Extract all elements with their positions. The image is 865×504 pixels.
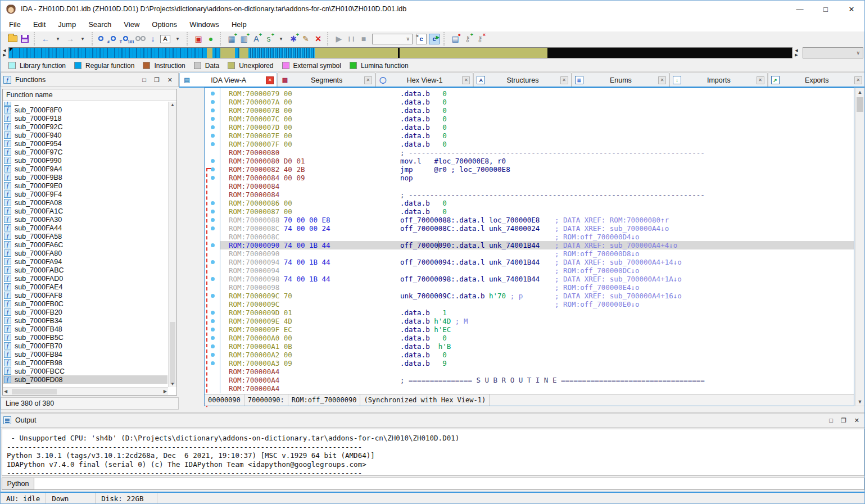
make-ascii-icon[interactable]: A+ — [251, 33, 262, 45]
listing-line[interactable]: ROM:7000007E 00.data.b 0 — [220, 131, 854, 140]
search-again-icon[interactable] — [135, 33, 146, 45]
navigation-band[interactable] — [8, 47, 792, 58]
search-binary-icon[interactable]: # — [98, 33, 109, 45]
jump-address-icon[interactable]: ↓ — [147, 33, 158, 45]
listing-line[interactable]: ROM:700000A0 00.data.b 0 — [220, 334, 854, 342]
close-button[interactable]: ✕ — [167, 76, 173, 84]
tab-close-icon[interactable]: ✕ — [658, 76, 666, 84]
listing-line[interactable]: ROM:7000009E 4D.data.b h'4D ; M — [220, 317, 854, 325]
function-list-item[interactable]: fsub_7000F8F0 — [3, 106, 167, 114]
run-c-icon[interactable]: c▶ — [428, 33, 440, 45]
tab-exports[interactable]: ↗Exports✕ — [768, 72, 865, 87]
listing-line[interactable]: ROM:700000A2 00.data.b 0 — [220, 351, 854, 359]
listing-line[interactable]: ROM:70000098 74 00 1B 44off_70000098:.da… — [220, 275, 854, 283]
function-list-item[interactable]: fsub_7000F92C — [3, 122, 167, 131]
listing-line[interactable]: ROM:700000A4; =============== S U B R O … — [220, 376, 854, 384]
listing-line[interactable]: ROM:700000A1 0B.data.b h'B — [220, 342, 854, 351]
function-list-item[interactable]: fsub_7000FB0C — [3, 299, 167, 308]
function-list-item[interactable]: fsub_7000FABC — [3, 266, 167, 274]
menu-search[interactable]: Search — [82, 19, 117, 30]
function-list-item[interactable]: fsub_7000FA1C — [3, 207, 167, 215]
python-prompt-button[interactable]: Python — [2, 478, 34, 490]
listing-line[interactable]: ROM:7000008C 74 00 00 24off_7000008C:.da… — [220, 224, 854, 233]
listing-line[interactable]: ROM:70000084 00 09nop — [220, 174, 854, 182]
function-list-item[interactable]: fsub_7000F918 — [3, 114, 167, 122]
listing-line[interactable]: ROM:7000009C; ROM:off_700000E0↓o — [220, 300, 854, 308]
function-list-item[interactable]: fsub_7000F9F4 — [3, 190, 167, 198]
function-list-item[interactable]: fsub_7000FBCC — [3, 367, 167, 375]
listing-line[interactable]: ROM:70000094 74 00 1B 44off_70000094:.da… — [220, 258, 854, 266]
menu-options[interactable]: Options — [146, 19, 183, 30]
function-list-item[interactable]: fsub_7000FD08 — [3, 375, 167, 384]
tab-close-icon[interactable]: ✕ — [560, 76, 568, 84]
function-list-item[interactable]: fsub_7000FA6C — [3, 240, 167, 249]
forward-caret-icon[interactable]: ▾ — [77, 33, 88, 45]
forward-icon[interactable]: → — [65, 33, 76, 45]
string-caret-icon[interactable]: ▾ — [275, 33, 287, 45]
delete-key-icon[interactable]: ⚷× — [474, 33, 486, 45]
band-scroll-right[interactable]: ◀▶ — [792, 48, 800, 57]
listing-line[interactable]: ROM:70000080; --------------------------… — [220, 148, 854, 157]
tab-segments[interactable]: ▦Segments✕ — [277, 72, 375, 87]
function-list-item[interactable]: fsub_7000FA08 — [3, 198, 167, 207]
tab-close-icon[interactable]: ✕ — [266, 76, 274, 84]
ascii-caret-icon[interactable]: ▾ — [172, 33, 183, 45]
minimize-button[interactable]: — — [787, 1, 813, 17]
scroll-down-icon[interactable]: ▼ — [855, 399, 864, 405]
function-list-item[interactable]: f_ — [3, 102, 167, 106]
function-list-item[interactable]: fsub_7000FB34 — [3, 316, 167, 325]
function-list-item[interactable]: fsub_7000FB5C — [3, 333, 167, 342]
scroll-down-icon[interactable]: ▼ — [169, 382, 176, 387]
function-list-item[interactable]: fsub_7000FA30 — [3, 215, 167, 224]
functions-horizontal-scrollbar[interactable]: ◀ ▶ — [3, 387, 168, 395]
tab-structures[interactable]: AStructures✕ — [473, 72, 571, 87]
make-code-icon[interactable]: ▦+ — [226, 33, 237, 45]
close-button[interactable]: ✕ — [854, 417, 859, 424]
problems-icon[interactable]: ▣ — [193, 33, 204, 45]
listing-line[interactable]: ROM:70000086 00.data.b 0 — [220, 199, 854, 207]
listing-line[interactable]: ROM:7000007B 00.data.b 0 — [220, 106, 854, 115]
search-text-icon[interactable]: T — [110, 33, 121, 45]
listing-line[interactable]: ROM:70000084 — [220, 182, 854, 190]
close-button[interactable]: ✕ — [839, 1, 864, 17]
tab-close-icon[interactable]: ✕ — [854, 76, 862, 84]
function-list-item[interactable]: fsub_7000F9E0 — [3, 181, 167, 190]
function-list-item[interactable]: fsub_7000FA80 — [3, 249, 167, 257]
output-log[interactable]: - Unsupported CPU: 'sh4b' (D:\Projects\d… — [2, 429, 864, 476]
tab-close-icon[interactable]: ✕ — [462, 76, 470, 84]
scrollbar-thumb[interactable] — [857, 97, 863, 112]
tab-ida-view-a[interactable]: ▤IDA View-A✕ — [179, 72, 277, 87]
make-data-icon[interactable]: ▥+ — [238, 33, 250, 45]
tab-enums[interactable]: ≣Enums✕ — [572, 72, 669, 87]
ida-view-a[interactable]: ROM:70000079 00.data.b 0ROM:7000007A 00.… — [204, 88, 854, 406]
scroll-left-icon[interactable]: ◀ — [4, 389, 7, 394]
debug-start-icon[interactable]: ▶ — [333, 33, 345, 45]
tab-hex-view-1[interactable]: ◯Hex View-1✕ — [375, 72, 473, 87]
float-button[interactable]: ❐ — [154, 76, 160, 84]
edit-icon[interactable]: ✎ — [300, 33, 311, 45]
band-zoom-dropdown[interactable]: ∨ — [803, 47, 863, 58]
menu-view[interactable]: View — [117, 19, 146, 30]
menu-file[interactable]: File — [3, 19, 27, 30]
make-array-icon[interactable]: ✱+ — [288, 33, 299, 45]
menu-jump[interactable]: Jump — [52, 19, 82, 30]
listing-line[interactable]: ROM:70000094; ROM:off_700000DC↓o — [220, 266, 854, 275]
step-c-icon[interactable]: c◂ — [415, 33, 427, 45]
save-icon[interactable] — [19, 33, 30, 45]
search-immediate-icon[interactable]: 101 — [123, 33, 134, 45]
undefine-icon[interactable]: ✕ — [313, 33, 324, 45]
maximize-button[interactable]: □ — [142, 76, 146, 84]
listing-line[interactable]: ROM:7000007A 00.data.b 0 — [220, 98, 854, 106]
scrollbar-thumb[interactable] — [12, 389, 57, 394]
tab-imports[interactable]: ↓Imports✕ — [669, 72, 767, 87]
function-list-item[interactable]: fsub_7000FAE4 — [3, 283, 167, 291]
listing-line[interactable]: ROM:7000007C 00.data.b 0 — [220, 115, 854, 123]
band-scroll-left[interactable]: ◀▶ — [1, 48, 8, 57]
scroll-right-icon[interactable]: ▶ — [164, 389, 167, 394]
listing-line[interactable]: ROM:7000009D 01.data.b 1 — [220, 308, 854, 317]
open-file-icon[interactable] — [7, 33, 18, 45]
functions-vertical-scrollbar[interactable]: ▲ ▼ — [168, 102, 176, 387]
breakpoints-icon[interactable]: ▤● — [450, 33, 461, 45]
function-list-item[interactable]: fsub_7000FB70 — [3, 342, 167, 350]
functions-column-header[interactable]: Function name — [3, 89, 176, 101]
